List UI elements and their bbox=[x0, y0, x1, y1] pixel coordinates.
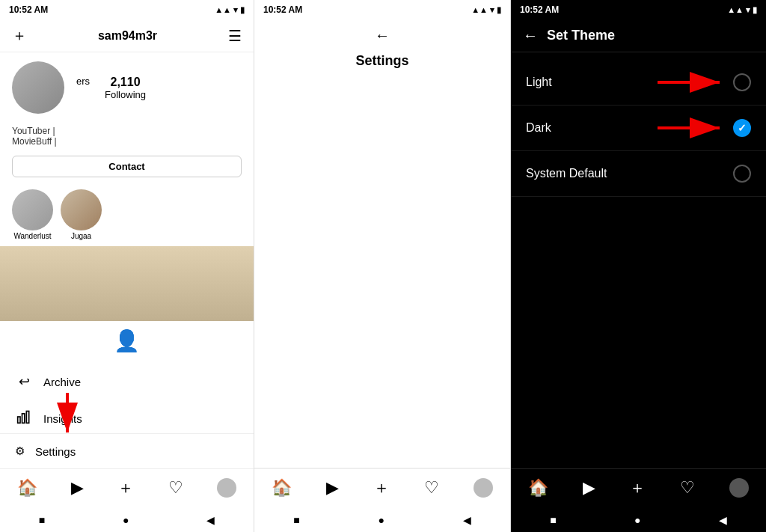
story-item-2[interactable]: Jugaa bbox=[61, 189, 102, 240]
android-square-2[interactable]: ■ bbox=[293, 514, 299, 526]
bottom-nav-2: 🏠 ▶ ＋ ♡ bbox=[254, 468, 510, 510]
panel-settings: 10:52 AM ▲▲ ▾ ▮ ← Settings ··· Follow an… bbox=[254, 0, 511, 532]
archive-label: Archive bbox=[43, 376, 81, 388]
android-circle-3[interactable]: ● bbox=[634, 514, 640, 526]
home-nav-3[interactable]: 🏠 bbox=[528, 478, 548, 498]
status-bar-3: 10:52 AM ▲▲ ▾ ▮ bbox=[511, 0, 766, 19]
status-icons-2: ▲▲ ▾ ▮ bbox=[471, 5, 501, 15]
sidebar-item-archive[interactable]: ↩ Archive bbox=[0, 364, 254, 400]
back-button-settings[interactable]: ← bbox=[375, 27, 390, 44]
status-bar-2: 10:52 AM ▲▲ ▾ ▮ bbox=[254, 0, 510, 19]
profile-nav-2[interactable] bbox=[474, 478, 493, 498]
menu-button[interactable]: ☰ bbox=[228, 27, 242, 45]
story-label-2: Jugaa bbox=[71, 232, 91, 240]
home-nav-icon[interactable]: 🏠 bbox=[17, 478, 37, 498]
reels-nav-2[interactable]: ▶ bbox=[326, 478, 339, 498]
story-circle-1[interactable] bbox=[12, 189, 53, 230]
profile-nav-3[interactable] bbox=[729, 478, 749, 498]
bottom-nav-1: 🏠 ▶ ＋ ♡ bbox=[0, 468, 254, 510]
back-button-theme[interactable]: ← bbox=[523, 27, 538, 44]
heart-nav-2[interactable]: ♡ bbox=[424, 478, 439, 498]
settings-title: Settings bbox=[355, 53, 408, 69]
top-bar: ＋ sam94m3r ☰ bbox=[0, 19, 254, 52]
heart-nav-3[interactable]: ♡ bbox=[680, 478, 695, 498]
contact-button[interactable]: Contact bbox=[12, 156, 242, 177]
username-label: sam94m3r bbox=[98, 29, 157, 43]
android-nav-2: ■ ● ◀ bbox=[254, 510, 510, 532]
android-back-2[interactable]: ◀ bbox=[463, 514, 471, 526]
signal-icon-3: ▲▲ bbox=[727, 5, 744, 14]
add-button[interactable]: ＋ bbox=[12, 25, 27, 46]
menu-list: ↩ Archive Insights Your Activity QR Code bbox=[0, 361, 254, 433]
svg-rect-1 bbox=[22, 414, 25, 424]
profile-nav-icon[interactable] bbox=[217, 478, 236, 498]
story-item-1[interactable]: Wanderlust bbox=[12, 189, 53, 240]
android-circle-2[interactable]: ● bbox=[379, 514, 384, 526]
theme-option-dark[interactable]: Dark bbox=[511, 106, 766, 151]
sidebar-item-insights[interactable]: Insights bbox=[0, 400, 254, 433]
bottom-nav-3: 🏠 ▶ ＋ ♡ bbox=[511, 468, 766, 510]
profile-stats: ers 2,110 Following bbox=[76, 76, 146, 100]
battery-icon: ▮ bbox=[240, 5, 245, 15]
android-square[interactable]: ■ bbox=[39, 514, 45, 526]
story-row: Wanderlust Jugaa bbox=[0, 183, 254, 246]
wifi-icon-2: ▾ bbox=[490, 5, 494, 15]
posts-label: ers bbox=[76, 76, 90, 87]
android-nav-1: ■ ● ◀ bbox=[0, 510, 254, 532]
profile-section: ers 2,110 Following bbox=[0, 52, 254, 123]
settings-item[interactable]: ⚙ Settings bbox=[0, 433, 254, 468]
insights-icon bbox=[15, 409, 33, 428]
settings-icon: ⚙ bbox=[15, 444, 25, 458]
time-2: 10:52 AM bbox=[263, 4, 302, 15]
android-back[interactable]: ◀ bbox=[206, 514, 215, 526]
panel-set-theme: 10:52 AM ▲▲ ▾ ▮ ← Set Theme Light Dark bbox=[511, 0, 766, 532]
following-count: 2,110 bbox=[111, 76, 141, 89]
theme-option-light[interactable]: Light bbox=[511, 60, 766, 106]
add-nav-2[interactable]: ＋ bbox=[373, 477, 390, 499]
wifi-icon: ▾ bbox=[233, 5, 238, 15]
android-nav-3: ■ ● ◀ bbox=[511, 510, 766, 532]
theme-title: Set Theme bbox=[547, 28, 615, 43]
post-grid bbox=[0, 246, 254, 321]
signal-icon-2: ▲▲ bbox=[471, 5, 488, 14]
panel-instagram-profile: 10:52 AM ▲▲ ▾ ▮ ＋ sam94m3r ☰ ers 2,110 F… bbox=[0, 0, 254, 532]
light-radio[interactable] bbox=[733, 73, 751, 91]
person-icon: 👤 bbox=[114, 328, 140, 353]
signal-icon: ▲▲ bbox=[215, 5, 231, 14]
dark-spacer bbox=[511, 268, 766, 468]
story-circle-2[interactable] bbox=[61, 189, 102, 230]
system-radio[interactable] bbox=[733, 165, 751, 183]
avatar bbox=[12, 61, 64, 114]
theme-options: Light Dark System Default bbox=[511, 52, 766, 268]
settings-header: ← Settings bbox=[254, 19, 511, 468]
dark-radio[interactable] bbox=[733, 119, 751, 137]
home-nav-2[interactable]: 🏠 bbox=[272, 478, 292, 498]
time-3: 10:52 AM bbox=[520, 4, 559, 15]
settings-label: Settings bbox=[35, 445, 76, 458]
add-story-row: 👤 bbox=[0, 321, 254, 361]
add-nav-3[interactable]: ＋ bbox=[629, 477, 646, 499]
add-nav-icon[interactable]: ＋ bbox=[117, 477, 134, 499]
android-square-3[interactable]: ■ bbox=[550, 514, 556, 526]
system-label: System Default bbox=[526, 167, 607, 180]
posts-stat: ers bbox=[76, 76, 90, 100]
heart-nav-icon[interactable]: ♡ bbox=[168, 478, 183, 498]
archive-icon: ↩ bbox=[15, 373, 33, 390]
reels-nav-3[interactable]: ▶ bbox=[583, 478, 595, 498]
status-icons-3: ▲▲ ▾ ▮ bbox=[727, 5, 757, 15]
android-back-3[interactable]: ◀ bbox=[719, 514, 727, 526]
profile-bio: YouTuber | MovieBuff | bbox=[0, 123, 254, 153]
wifi-icon-3: ▾ bbox=[746, 5, 750, 15]
reels-nav-icon[interactable]: ▶ bbox=[71, 478, 84, 498]
red-arrow-dark bbox=[654, 117, 729, 139]
light-label: Light bbox=[526, 76, 552, 89]
svg-rect-0 bbox=[18, 417, 20, 423]
android-circle[interactable]: ● bbox=[123, 514, 129, 526]
time-1: 10:52 AM bbox=[9, 4, 48, 15]
svg-rect-2 bbox=[26, 412, 28, 424]
battery-icon-3: ▮ bbox=[753, 5, 757, 15]
battery-icon-2: ▮ bbox=[497, 5, 501, 15]
theme-option-system[interactable]: System Default bbox=[511, 151, 766, 197]
following-stat: 2,110 Following bbox=[105, 76, 146, 100]
insights-label: Insights bbox=[43, 412, 82, 425]
